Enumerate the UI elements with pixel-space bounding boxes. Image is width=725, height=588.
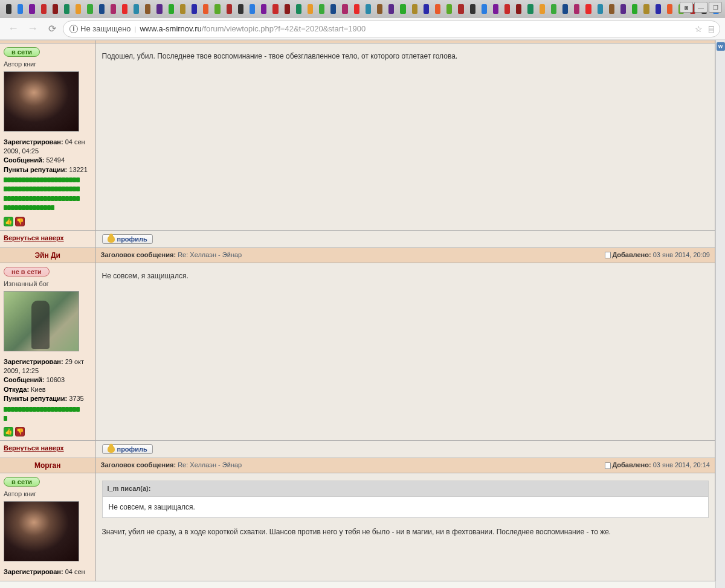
maximize-button[interactable]: ❐	[709, 2, 722, 13]
browser-tab-favicon[interactable]	[482, 4, 487, 14]
browser-tab-favicon[interactable]	[435, 4, 440, 14]
post-icon[interactable]	[605, 252, 611, 258]
star-icon[interactable]: ☆	[695, 24, 703, 34]
browser-tab-favicon[interactable]	[6, 4, 11, 14]
post-header-row: МорганДобавлено: 03 янв 2014, 20:14Загол…	[0, 458, 715, 473]
browser-tab-favicon[interactable]	[354, 4, 359, 14]
browser-tab-favicon[interactable]	[41, 4, 47, 14]
browser-tab-favicon[interactable]	[493, 4, 498, 14]
avatar[interactable]	[4, 291, 79, 351]
post-body-row: в сетиАвтор книгЗарегистрирован: 04 сен …	[0, 43, 715, 230]
browser-tab-favicon[interactable]	[156, 4, 162, 14]
avatar[interactable]	[4, 71, 79, 132]
browser-tab-favicon[interactable]	[227, 4, 232, 14]
browser-tab-favicon[interactable]	[285, 4, 290, 14]
browser-tab-favicon[interactable]	[388, 4, 394, 14]
extension-icon[interactable]: ⌸	[709, 24, 714, 34]
browser-tab-favicon[interactable]	[261, 4, 266, 14]
browser-tab-favicon[interactable]	[424, 4, 429, 14]
post-body: Подошел, убил. Последнее твое воспоминан…	[102, 48, 709, 62]
browser-tab-favicon[interactable]	[53, 4, 58, 14]
avatar[interactable]	[4, 501, 79, 561]
post-body-row: не в сетиИзгнанный богЗарегистрирован: 2…	[0, 263, 715, 441]
browser-tab-favicon[interactable]	[446, 4, 452, 14]
browser-tab-favicon[interactable]	[308, 4, 313, 14]
profile-button[interactable]: профиль	[102, 444, 153, 454]
status-badge: не в сети	[4, 267, 50, 276]
browser-tab-favicon[interactable]	[145, 4, 150, 14]
browser-tab-favicon[interactable]	[516, 4, 521, 14]
reload-button[interactable]: ⟳	[44, 21, 60, 37]
browser-tab-favicon[interactable]	[330, 4, 336, 14]
browser-tab-favicon[interactable]	[551, 4, 556, 14]
browser-tab-favicon[interactable]	[562, 4, 568, 14]
post-body-cell: Не совсем, я защищался.	[95, 263, 715, 441]
browser-tab-favicon[interactable]	[272, 4, 278, 14]
browser-tab-favicon[interactable]	[180, 4, 185, 14]
rank-label: Автор книг	[4, 60, 92, 68]
forward-button[interactable]: →	[24, 21, 41, 37]
browser-tab-favicon[interactable]	[366, 4, 371, 14]
browser-tab-favicon[interactable]	[656, 4, 661, 14]
url-bar[interactable]: i Не защищено | www.a-smirnov.ru/forum/v…	[63, 21, 720, 37]
browser-tab-favicon[interactable]	[342, 4, 347, 14]
minimize-button[interactable]: —	[694, 2, 707, 13]
browser-tab-favicon[interactable]	[29, 4, 34, 14]
vk-icon[interactable]: w	[717, 42, 725, 51]
browser-tab-favicon[interactable]	[87, 4, 92, 14]
post-subject: Re: Хеллаэн - Эйнар	[178, 251, 242, 258]
browser-tab-favicon[interactable]	[527, 4, 533, 14]
back-to-top-link[interactable]: Вернуться наверх	[4, 444, 64, 452]
back-to-top-link[interactable]: Вернуться наверх	[4, 234, 64, 241]
vote-down-button[interactable]: 👎	[15, 217, 25, 226]
browser-tab-favicon[interactable]	[412, 4, 417, 14]
browser-tab-favicon[interactable]	[169, 4, 174, 14]
url-separator: |	[135, 25, 137, 33]
post-icon[interactable]	[605, 462, 611, 469]
toolbar: ← → ⟳ i Не защищено | www.a-smirnov.ru/f…	[0, 18, 725, 40]
user-icon[interactable]: ◙	[680, 2, 693, 13]
browser-tab-favicon[interactable]	[609, 4, 614, 14]
vote-down-button[interactable]: 👎	[15, 427, 25, 436]
post-header: Добавлено: 03 янв 2014, 20:14Заголовок с…	[95, 458, 715, 473]
browser-tab-favicon[interactable]	[632, 4, 637, 14]
post-body-row: в сетиАвтор книгЗарегистрирован: 04 сенI…	[0, 473, 715, 581]
browser-tab-favicon[interactable]	[504, 4, 510, 14]
profile-button[interactable]: профиль	[102, 234, 153, 244]
browser-tab-favicon[interactable]	[667, 4, 672, 14]
browser-tab-favicon[interactable]	[620, 4, 626, 14]
post-body-cell: Подошел, убил. Последнее твое воспоминан…	[95, 43, 715, 230]
profile-icon	[108, 446, 115, 453]
back-button[interactable]: ←	[5, 21, 22, 37]
browser-tab-favicon[interactable]	[377, 4, 382, 14]
browser-tab-favicon[interactable]	[122, 4, 127, 14]
browser-tab-favicon[interactable]	[296, 4, 301, 14]
browser-tab-favicon[interactable]	[319, 4, 324, 14]
browser-tab-favicon[interactable]	[111, 4, 116, 14]
browser-tab-favicon[interactable]	[238, 4, 243, 14]
rank-label: Автор книг	[4, 490, 92, 497]
browser-tab-favicon[interactable]	[64, 4, 69, 14]
browser-tab-favicon[interactable]	[458, 4, 463, 14]
browser-tab-favicon[interactable]	[470, 4, 475, 14]
browser-tab-favicon[interactable]	[643, 4, 649, 14]
browser-tab-favicon[interactable]	[134, 4, 139, 14]
browser-tab-favicon[interactable]	[598, 4, 603, 14]
browser-tab-favicon[interactable]	[585, 4, 591, 14]
browser-tab-favicon[interactable]	[214, 4, 220, 14]
vote-up-button[interactable]: 👍	[4, 217, 13, 226]
security-indicator[interactable]: i Не защищено	[69, 24, 131, 33]
author-name[interactable]: Морган	[34, 461, 61, 470]
author-name[interactable]: Эйн Ди	[35, 251, 60, 260]
tab-strip: ◙ — ❐	[0, 0, 725, 18]
browser-tab-favicon[interactable]	[18, 4, 23, 14]
browser-tab-favicon[interactable]	[540, 4, 545, 14]
browser-tab-favicon[interactable]	[99, 4, 105, 14]
browser-tab-favicon[interactable]	[400, 4, 405, 14]
browser-tab-favicon[interactable]	[250, 4, 255, 14]
browser-tab-favicon[interactable]	[574, 4, 579, 14]
browser-tab-favicon[interactable]	[203, 4, 208, 14]
browser-tab-favicon[interactable]	[76, 4, 81, 14]
vote-up-button[interactable]: 👍	[4, 427, 13, 436]
browser-tab-favicon[interactable]	[192, 4, 197, 14]
